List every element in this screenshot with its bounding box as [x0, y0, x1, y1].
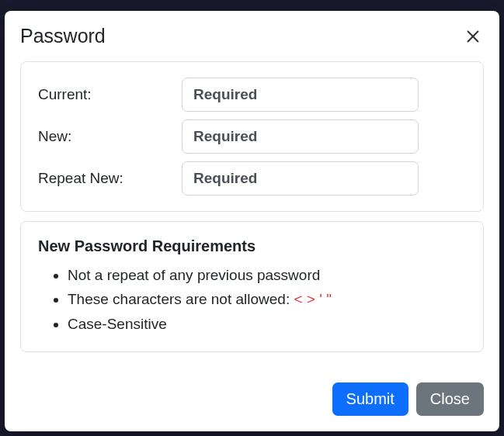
submit-button[interactable]: Submit [332, 382, 408, 416]
modal-header: Password [20, 25, 484, 47]
form-row-current: Current: [38, 78, 466, 112]
modal-title: Password [20, 25, 106, 47]
current-password-input[interactable] [182, 78, 419, 112]
new-password-input[interactable] [182, 119, 419, 154]
requirement-item: Not a repeat of any previous password [68, 263, 466, 287]
requirements-list: Not a repeat of any previous password Th… [38, 263, 466, 336]
requirement-text: These characters are not allowed: [68, 291, 294, 307]
password-form-panel: Current: New: Repeat New: [20, 61, 484, 212]
current-label: Current: [38, 86, 182, 103]
form-row-new: New: [38, 119, 466, 154]
form-row-repeat: Repeat New: [38, 161, 466, 196]
disallowed-chars: < > ' " [294, 291, 332, 307]
requirement-item: Case-Sensitive [68, 312, 466, 336]
repeat-password-input[interactable] [182, 161, 419, 196]
close-button[interactable]: Close [416, 382, 484, 416]
requirements-panel: New Password Requirements Not a repeat o… [20, 221, 484, 352]
close-icon[interactable] [462, 26, 484, 47]
new-label: New: [38, 128, 182, 145]
modal-footer: Submit Close [20, 370, 484, 416]
password-modal: Password Current: New: Repeat New: New P… [5, 11, 499, 431]
requirements-title: New Password Requirements [38, 237, 466, 255]
requirement-item: These characters are not allowed: < > ' … [68, 287, 466, 311]
repeat-label: Repeat New: [38, 170, 182, 187]
